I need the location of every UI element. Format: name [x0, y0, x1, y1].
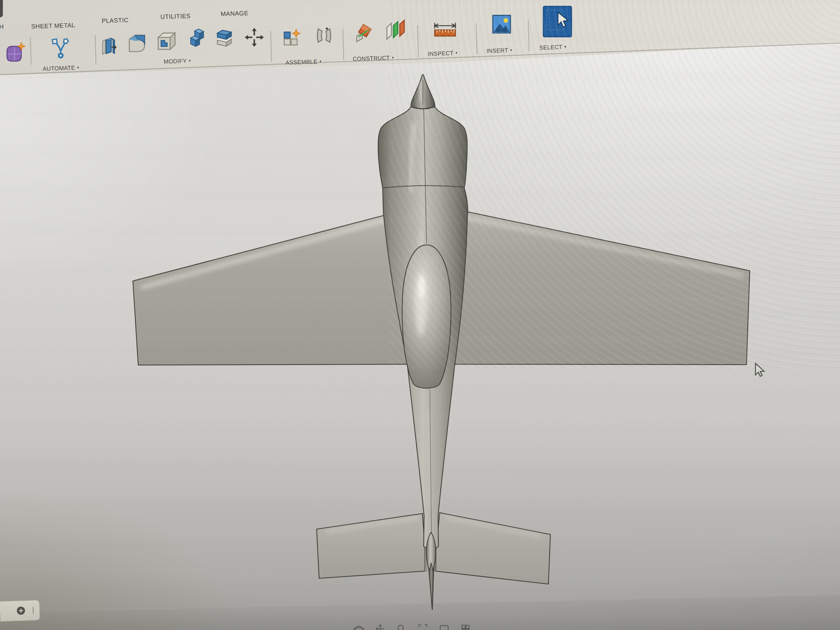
construct-plane-icon[interactable]: [352, 21, 375, 47]
group-label-text: INSPECT: [428, 50, 454, 57]
group-label-text: INSERT: [486, 47, 508, 54]
airplane-model[interactable]: [0, 0, 840, 630]
measure-icon[interactable]: [432, 21, 458, 39]
joint-icon[interactable]: [313, 24, 336, 49]
grid-icon[interactable]: [460, 623, 471, 630]
tab-partial[interactable]: H: [0, 23, 4, 30]
chevron-down-icon: ▾: [77, 66, 79, 70]
group-label-assemble[interactable]: ASSEMBLE▾: [285, 58, 322, 66]
canopy[interactable]: [402, 245, 451, 388]
automate-slingshot-icon[interactable]: [49, 36, 72, 61]
mouse-cursor-icon: [753, 363, 767, 381]
chevron-down-icon: ▾: [456, 51, 458, 55]
move-icon[interactable]: [243, 25, 266, 49]
group-label-text: ASSEMBLE: [285, 58, 317, 66]
zoom-icon[interactable]: [396, 623, 407, 630]
insert-image-icon[interactable]: [491, 11, 513, 38]
select-cursor-icon[interactable]: [542, 4, 573, 40]
group-label-text: MODIFY: [164, 57, 187, 65]
chevron-down-icon: ▾: [189, 59, 191, 63]
plus-circle-icon[interactable]: [16, 605, 27, 616]
right-stabilizer[interactable]: [434, 513, 550, 584]
chevron-down-icon: ▾: [392, 55, 394, 59]
thicken-icon[interactable]: [99, 34, 119, 58]
navigation-bar: [354, 623, 471, 630]
group-label-text: AUTOMATE: [43, 64, 75, 72]
photo-corner-artifact: [0, 0, 3, 17]
combine-icon[interactable]: [184, 26, 208, 52]
tab-plastic[interactable]: PLASTIC: [102, 16, 129, 24]
group-label-automate[interactable]: AUTOMATE▾: [43, 64, 79, 72]
group-label-inspect[interactable]: INSPECT▾: [428, 50, 458, 57]
pan-icon[interactable]: [375, 623, 386, 630]
fillet-icon[interactable]: [126, 32, 148, 56]
group-label-select[interactable]: SELECT▾: [539, 43, 567, 51]
group-label-construct[interactable]: CONSTRUCT▾: [353, 54, 394, 62]
corner-tab-divider: [33, 607, 34, 614]
right-wing[interactable]: [427, 212, 750, 365]
display-settings-icon[interactable]: [439, 623, 450, 630]
offset-plane-icon[interactable]: [384, 18, 408, 44]
viewport-canvas[interactable]: [0, 0, 840, 630]
shell-icon[interactable]: [154, 29, 178, 54]
new-component-icon[interactable]: [281, 26, 303, 52]
group-label-text: CONSTRUCT: [353, 55, 390, 62]
tab-utilities[interactable]: UTILITIES: [160, 12, 191, 20]
orbit-icon[interactable]: [354, 623, 364, 630]
canvas-corner-tab[interactable]: [0, 600, 40, 621]
group-label-text: SELECT: [539, 43, 563, 51]
group-label-modify[interactable]: MODIFY▾: [164, 57, 191, 65]
tab-sheet-metal[interactable]: SHEET METAL: [31, 21, 75, 30]
chevron-down-icon: ▾: [510, 48, 512, 52]
chevron-down-icon: ▾: [564, 45, 566, 49]
left-stabilizer[interactable]: [317, 514, 427, 578]
monitor-screen: H SHEET METAL PLASTIC UTILITIES MANAGE: [0, 0, 840, 630]
split-body-icon[interactable]: [212, 25, 236, 51]
group-label-insert[interactable]: INSERT▾: [486, 47, 512, 54]
chevron-down-icon: ▾: [320, 59, 322, 64]
fit-icon[interactable]: [418, 623, 428, 630]
configure-icon[interactable]: [4, 40, 27, 64]
tab-manage[interactable]: MANAGE: [221, 9, 249, 17]
